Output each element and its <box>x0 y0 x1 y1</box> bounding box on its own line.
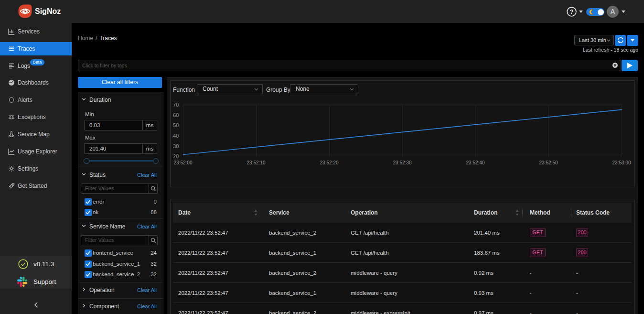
svg-text:?: ? <box>570 8 574 15</box>
